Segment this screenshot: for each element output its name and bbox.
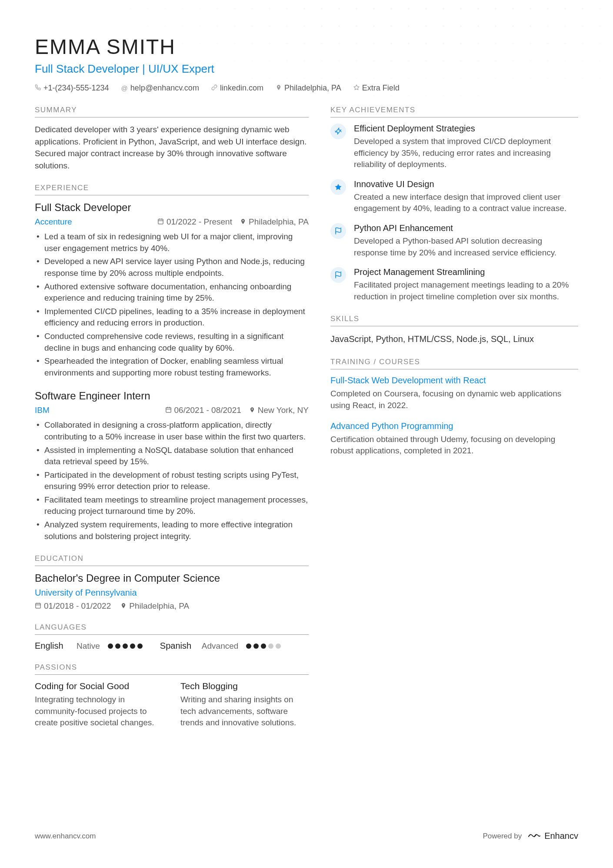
phone-icon xyxy=(35,84,41,92)
passion-desc: Integrating technology in community-focu… xyxy=(35,694,163,729)
svg-marker-0 xyxy=(354,85,359,90)
achievement-item: Innovative UI Design Created a new inter… xyxy=(330,179,578,214)
skills-text: JavaScript, Python, HTML/CSS, Node.js, S… xyxy=(330,332,578,345)
edu-dates: 01/2018 - 01/2022 xyxy=(44,601,111,611)
dot-filled xyxy=(246,643,251,649)
link-item: linkedin.com xyxy=(211,84,263,93)
course-desc: Certification obtained through Udemy, fo… xyxy=(330,434,578,457)
dot-filled xyxy=(108,643,113,649)
powered-by-text: Powered by xyxy=(483,832,522,841)
dot-filled xyxy=(115,643,120,649)
job-location: Philadelphia, PA xyxy=(249,217,309,227)
achievement-desc: Created a new interface design that impr… xyxy=(354,191,578,214)
achievement-item: Project Management Streamlining Facilita… xyxy=(330,267,578,302)
job-dates: 06/2021 - 08/2021 xyxy=(174,406,241,415)
summary-section: SUMMARY Dedicated developer with 3 years… xyxy=(35,106,309,171)
bullet: Facilitated team meetings to streamline … xyxy=(44,494,309,517)
calendar-icon xyxy=(35,602,41,610)
extra-item: Extra Field xyxy=(353,84,400,93)
enhancv-logo: Enhancv xyxy=(528,830,578,842)
languages-section: LANGUAGES English Native xyxy=(35,623,309,651)
achievement-desc: Developed a system that improved CI/CD d… xyxy=(354,136,578,171)
language-level: Native xyxy=(77,641,100,651)
training-section: TRAINING / COURSES Full-Stack Web Develo… xyxy=(330,358,578,456)
edu-dates-item: 01/2018 - 01/2022 xyxy=(35,601,111,611)
job-bullets: Led a team of six in redesigning web UI … xyxy=(35,231,309,379)
location-icon xyxy=(240,218,246,226)
edu-location-item: Philadelphia, PA xyxy=(120,601,189,611)
email-text: help@enhancv.com xyxy=(130,84,199,93)
section-title: KEY ACHIEVEMENTS xyxy=(330,106,578,117)
company-name: IBM xyxy=(35,406,157,415)
svg-rect-5 xyxy=(166,408,170,412)
job-bullets: Collaborated in designing a cross-platfo… xyxy=(35,419,309,542)
language-level: Advanced xyxy=(202,641,239,651)
school-name: University of Pennsylvania xyxy=(35,588,309,598)
dot-filled xyxy=(137,643,143,649)
job-dates-item: 01/2022 - Present xyxy=(157,217,232,227)
link-icon xyxy=(211,84,217,92)
extra-text: Extra Field xyxy=(362,84,400,93)
dot-filled xyxy=(253,643,259,649)
section-title: PASSIONS xyxy=(35,663,309,675)
job-entry: Full Stack Developer Accenture 01/2022 -… xyxy=(35,201,309,379)
name-heading: EMMA SMITH xyxy=(35,35,578,59)
bullet: Spearheaded the integration of Docker, e… xyxy=(44,355,309,379)
section-title: SKILLS xyxy=(330,315,578,326)
footer-url: www.enhancv.com xyxy=(35,832,96,841)
link-text: linkedin.com xyxy=(220,84,263,93)
bullet: Developed a new API service layer using … xyxy=(44,256,309,279)
passion-desc: Writing and sharing insights on tech adv… xyxy=(180,694,309,729)
bullet: Participated in the development of robus… xyxy=(44,469,309,493)
passion-item: Coding for Social Good Integrating techn… xyxy=(35,681,163,729)
section-title: EDUCATION xyxy=(35,554,309,566)
achievement-desc: Facilitated project management meetings … xyxy=(354,279,578,302)
bullet: Assisted in implementing a NoSQL databas… xyxy=(44,445,309,468)
company-name: Accenture xyxy=(35,217,150,227)
bullet: Implemented CI/CD pipelines, leading to … xyxy=(44,306,309,329)
phone-item: +1-(234)-555-1234 xyxy=(35,84,109,93)
brand-name: Enhancv xyxy=(544,831,578,841)
resume-header: EMMA SMITH Full Stack Developer | UI/UX … xyxy=(35,35,578,93)
dot-filled xyxy=(123,643,128,649)
calendar-icon xyxy=(157,218,164,226)
location-item: Philadelphia, PA xyxy=(276,84,341,93)
course-item: Full-Stack Web Development with React Co… xyxy=(330,375,578,411)
logo-mark-icon xyxy=(528,830,541,842)
page-footer: www.enhancv.com Powered by Enhancv xyxy=(35,813,578,842)
language-name: English xyxy=(35,641,69,651)
location-text: Philadelphia, PA xyxy=(284,84,341,93)
bullet: Authored extensive software documentatio… xyxy=(44,281,309,304)
edu-location: Philadelphia, PA xyxy=(129,601,189,611)
passion-title: Tech Blogging xyxy=(180,681,309,691)
course-title: Full-Stack Web Development with React xyxy=(330,375,578,385)
bolt-icon xyxy=(330,124,346,139)
achievement-title: Python API Enhancement xyxy=(354,223,578,233)
section-title: SUMMARY xyxy=(35,106,309,117)
education-section: EDUCATION Bachelor's Degree in Computer … xyxy=(35,554,309,611)
star-icon xyxy=(330,179,346,195)
summary-text: Dedicated developer with 3 years' experi… xyxy=(35,124,309,171)
achievement-item: Efficient Deployment Strategies Develope… xyxy=(330,124,578,171)
skills-section: SKILLS JavaScript, Python, HTML/CSS, Nod… xyxy=(330,315,578,345)
job-dates: 01/2022 - Present xyxy=(167,217,232,227)
svg-marker-13 xyxy=(335,184,342,190)
location-icon xyxy=(120,603,127,610)
job-dates-item: 06/2021 - 08/2021 xyxy=(165,406,241,415)
job-entry: Software Engineer Intern IBM 06/2021 - 0… xyxy=(35,390,309,542)
passions-section: PASSIONS Coding for Social Good Integrat… xyxy=(35,663,309,729)
job-title-heading: Full Stack Developer | UI/UX Expert xyxy=(35,62,578,76)
language-item: Spanish Advanced xyxy=(160,641,281,651)
section-title: LANGUAGES xyxy=(35,623,309,635)
passion-item: Tech Blogging Writing and sharing insigh… xyxy=(180,681,309,729)
bullet: Analyzed system requirements, leading to… xyxy=(44,519,309,542)
achievement-title: Project Management Streamlining xyxy=(354,267,578,277)
job-location-item: New York, NY xyxy=(249,406,309,415)
language-name: Spanish xyxy=(160,641,194,651)
section-title: TRAINING / COURSES xyxy=(330,358,578,369)
achievement-desc: Developed a Python-based API solution de… xyxy=(354,235,578,258)
achievement-title: Efficient Deployment Strategies xyxy=(354,124,578,134)
bullet: Led a team of six in redesigning web UI … xyxy=(44,231,309,254)
flag-icon xyxy=(330,267,346,283)
svg-rect-1 xyxy=(158,219,163,224)
